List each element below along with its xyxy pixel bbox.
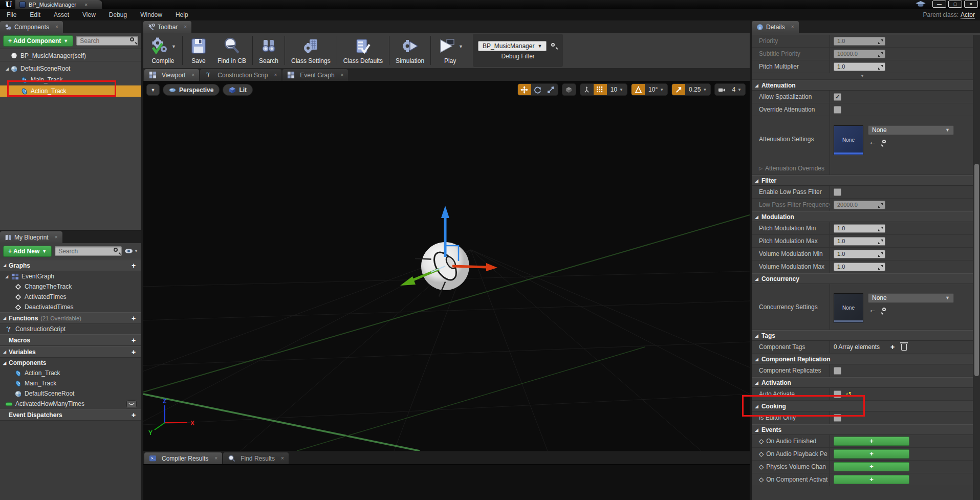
close-icon[interactable]: × [341, 72, 344, 78]
menu-debug[interactable]: Debug [102, 9, 134, 20]
tab-construction-scrip[interactable]: fConstruction Scrip× [200, 69, 281, 81]
scrollbar-thumb[interactable] [974, 164, 979, 376]
add-on-audio-finished-event-button[interactable]: + [834, 437, 909, 446]
use-selected-asset-icon[interactable]: ← [869, 306, 876, 313]
save-button[interactable]: Save [184, 34, 213, 67]
visibility-filter-button[interactable]: ▼ [125, 249, 138, 253]
section-header-graphs[interactable]: ◢Graphs+ [0, 259, 141, 271]
viewport-options-button[interactable]: ▼ [146, 84, 160, 96]
asset-window-tab[interactable]: BP_MusicManager × [15, 0, 102, 9]
pitch-modulation-min-field[interactable]: 1.0 [834, 224, 885, 233]
menu-window[interactable]: Window [134, 9, 169, 20]
details-section-component-replication[interactable]: ◢Component Replication [752, 354, 973, 364]
menu-help[interactable]: Help [169, 9, 195, 20]
add-icon[interactable]: + [129, 336, 138, 344]
add-on-component-activat-event-button[interactable]: + [834, 475, 909, 484]
details-section-modulation[interactable]: ◢Modulation [752, 211, 973, 222]
pitch-multiplier-field[interactable]: 1.0 [834, 62, 885, 71]
variable-visibility-toggle[interactable] [126, 400, 137, 408]
concurrency-settings-dropdown[interactable]: None▼ [868, 293, 954, 303]
tab-components[interactable]: Components × [0, 21, 63, 33]
pitch-modulation-max-field[interactable]: 1.0 [834, 237, 885, 246]
reset-to-default-icon[interactable]: ↺ [846, 390, 852, 398]
override-attenuation-checkbox[interactable] [834, 106, 841, 114]
volume-modulation-min-field[interactable]: 1.0 [834, 250, 885, 258]
rotation-snap-toggle[interactable] [631, 84, 645, 95]
details-scrollbar[interactable] [973, 35, 980, 500]
add-array-element-icon[interactable]: + [890, 343, 895, 351]
details-section-concurrency[interactable]: ◢Concurrency [752, 273, 973, 284]
scale-snap-value[interactable]: 0.25▼ [685, 84, 710, 95]
close-icon[interactable]: × [274, 72, 277, 78]
close-tab-icon[interactable]: × [84, 2, 88, 8]
details-section-activation[interactable]: ◢Activation [752, 377, 973, 388]
components-search-input[interactable] [76, 36, 138, 46]
tree-item-main-track[interactable]: Main_Track [0, 74, 141, 85]
translate-mode-button[interactable] [518, 84, 531, 95]
blueprint-item-deactivatedtimes[interactable]: DeactivatedTimes [0, 302, 141, 312]
close-button[interactable]: × [964, 1, 978, 8]
add-icon[interactable]: + [129, 348, 138, 356]
close-icon[interactable]: × [55, 234, 58, 240]
attenuation-settings-thumbnail[interactable]: None [834, 125, 863, 155]
expander-icon[interactable]: ◢ [5, 274, 11, 279]
attenuation-settings-dropdown[interactable]: None▼ [868, 125, 954, 135]
component-replicates-checkbox[interactable] [834, 367, 841, 375]
tab-viewport[interactable]: Viewport× [144, 69, 199, 81]
surface-snap-button[interactable] [580, 84, 594, 95]
concurrency-settings-thumbnail[interactable]: None [834, 293, 863, 323]
section-header-functions[interactable]: ◢Functions(21 Overridable)+ [0, 312, 141, 324]
simulation-button[interactable]: Simulation [391, 34, 429, 67]
blueprint-item-defaultsceneroot[interactable]: DefaultSceneRoot [0, 388, 141, 399]
auto-activate-checkbox[interactable] [834, 390, 841, 398]
close-icon[interactable]: × [214, 455, 217, 461]
rotate-mode-button[interactable] [531, 84, 545, 95]
volume-modulation-max-field[interactable]: 1.0 [834, 263, 885, 271]
tab-toolbar[interactable]: Toolbar × [143, 21, 191, 33]
class-settings-button[interactable]: Class Settings [287, 34, 335, 67]
search-button[interactable]: Search [254, 34, 283, 67]
camera-speed-button[interactable] [715, 84, 728, 95]
menu-file[interactable]: File [0, 9, 23, 20]
details-section-events[interactable]: ◢Events [752, 424, 973, 435]
tree-item-defaultsceneroot[interactable]: ◢DefaultSceneRoot [0, 63, 141, 74]
add-new-button[interactable]: + Add New▼ [3, 246, 52, 257]
clear-array-icon[interactable] [901, 344, 907, 351]
debug-filter-dropdown[interactable]: BP_MusicManager▼ [478, 41, 547, 51]
details-section-filter[interactable]: ◢Filter [752, 175, 973, 186]
tab-my-blueprint[interactable]: My Blueprint × [0, 231, 62, 243]
details-section-attenuation[interactable]: ◢Attenuation [752, 80, 973, 91]
viewport-3d[interactable]: Z X Y ▼ Perspective Lit [143, 81, 750, 451]
my-blueprint-search-input[interactable] [55, 246, 122, 256]
class-defaults-button[interactable]: Class Defaults [339, 34, 387, 67]
browse-asset-icon[interactable] [882, 140, 886, 143]
camera-speed-value[interactable]: 4▼ [728, 84, 745, 95]
advanced-expander[interactable]: ▼ [752, 73, 973, 80]
play-button[interactable]: ▼Play [432, 34, 468, 67]
world-local-toggle-button[interactable] [562, 84, 576, 95]
add-physics-volume-chan-event-button[interactable]: + [834, 462, 909, 471]
scale-mode-button[interactable] [545, 84, 558, 95]
close-icon[interactable]: × [184, 24, 187, 30]
add-icon[interactable]: + [129, 411, 138, 419]
debug-filter-search-icon[interactable] [551, 42, 558, 50]
section-header-variables[interactable]: ◢Variables+ [0, 346, 141, 358]
tab-details[interactable]: i Details × [752, 21, 799, 33]
blueprint-item-activatedhowmanytimes[interactable]: ActivatedHowManyTimes [0, 399, 141, 409]
scale-snap-toggle[interactable] [672, 84, 685, 95]
blueprint-item-main-track[interactable]: Main_Track [0, 378, 141, 388]
rotation-snap-value[interactable]: 10°▼ [645, 84, 667, 95]
minimize-button[interactable]: — [932, 1, 946, 8]
section-header-event-dispatchers[interactable]: Event Dispatchers+ [0, 409, 141, 421]
section-header-macros[interactable]: Macros+ [0, 334, 141, 346]
details-section-tags[interactable]: ◢Tags [752, 330, 973, 341]
parent-class-link[interactable]: Actor [961, 11, 975, 19]
add-icon[interactable]: + [129, 262, 138, 270]
tab-find-results[interactable]: Find Results× [223, 452, 289, 464]
use-selected-asset-icon[interactable]: ← [869, 138, 876, 145]
add-component-button[interactable]: + Add Component▼ [3, 35, 73, 47]
lit-button[interactable]: Lit [223, 84, 253, 96]
maximize-button[interactable]: □ [948, 1, 962, 8]
add-on-audio-playback-pe-event-button[interactable]: + [834, 449, 909, 459]
close-icon[interactable]: × [281, 455, 284, 461]
